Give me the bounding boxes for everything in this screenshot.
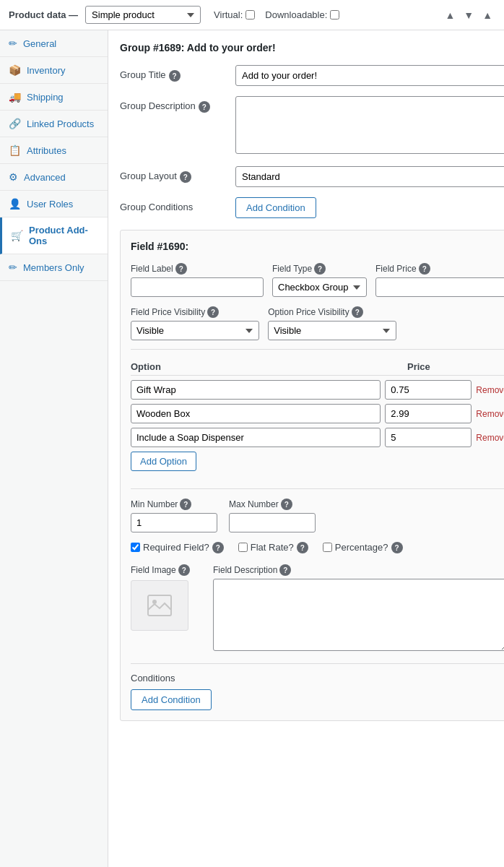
sidebar-item-product-add-ons[interactable]: 🛒 Product Add-Ons [0, 217, 108, 254]
group-layout-label: Group Layout ? [120, 166, 235, 183]
min-number-help[interactable]: ? [180, 499, 191, 510]
field-description-textarea[interactable] [213, 579, 504, 651]
field-add-condition-button[interactable]: Add Condition [131, 689, 212, 710]
group-description-help[interactable]: ? [199, 101, 210, 113]
required-field-checkbox[interactable] [131, 543, 140, 552]
percentage-help[interactable]: ? [391, 542, 403, 553]
group-header: Group #1689: Add to your order! [120, 42, 504, 53]
sidebar-item-user-roles[interactable]: 👤 User Roles [0, 191, 108, 217]
options-col-price: Price [407, 361, 504, 372]
field-label-input[interactable] [131, 277, 264, 297]
field-price-visibility-col: Field Price Visibility ? Visible Hidden [131, 306, 259, 340]
option-pv-help[interactable]: ? [352, 306, 363, 318]
option-price-visibility-select[interactable]: Visible Hidden [268, 321, 396, 340]
field-type-label: Field Type ? [272, 262, 367, 275]
arrow-down-button[interactable]: ▼ [461, 8, 477, 22]
field-price-visibility-select[interactable]: Visible Hidden [131, 321, 259, 340]
general-icon: ✏ [9, 38, 17, 49]
sidebar-item-shipping[interactable]: 🚚 Shipping [0, 84, 108, 111]
required-help[interactable]: ? [212, 542, 224, 553]
group-conditions-row: Group Conditions Add Condition [120, 197, 504, 218]
option-price-input[interactable] [385, 428, 472, 447]
virtual-checkbox[interactable] [246, 10, 255, 20]
field-label-label: Field Label ? [131, 262, 264, 275]
divider-3 [131, 663, 504, 664]
arrow-up-button[interactable]: ▲ [442, 8, 458, 22]
main-layout: ✏ General 📦 Inventory 🚚 Shipping 🔗 Linke… [0, 30, 504, 867]
percentage-item: Percentage? ? [323, 541, 403, 553]
divider-1 [131, 349, 504, 350]
group-conditions-label: Group Conditions [120, 197, 235, 212]
field-type-select[interactable]: Checkbox Group Radio Buttons Select Box … [272, 277, 367, 297]
option-remove-link[interactable]: Remove [476, 409, 504, 419]
product-data-label: Product data — [9, 9, 78, 20]
group-layout-help[interactable]: ? [180, 171, 191, 183]
group-add-condition-button[interactable]: Add Condition [235, 197, 316, 218]
min-number-col: Min Number ? [131, 498, 217, 532]
sidebar-item-advanced[interactable]: ⚙ Advanced [0, 164, 108, 191]
conditions-section: Conditions Add Condition [131, 673, 504, 710]
arrow-expand-button[interactable]: ▲ [479, 8, 495, 22]
group-layout-select[interactable]: Standard Compact List [235, 166, 504, 187]
group-title-label: Group Title ? [120, 65, 235, 82]
sidebar-item-attributes[interactable]: 📋 Attributes [0, 137, 108, 164]
group-title-help[interactable]: ? [169, 70, 181, 82]
image-placeholder[interactable] [131, 580, 188, 631]
option-row: Remove [131, 404, 504, 423]
option-row: Remove [131, 380, 504, 400]
group-description-textarea[interactable] [235, 96, 504, 154]
divider-2 [131, 488, 504, 489]
sidebar-item-linked-products[interactable]: 🔗 Linked Products [0, 111, 108, 137]
field-type-help[interactable]: ? [314, 263, 326, 275]
sidebar-item-label: Advanced [24, 172, 66, 183]
percentage-checkbox[interactable] [323, 543, 332, 552]
option-name-input[interactable] [131, 428, 381, 447]
add-option-button[interactable]: Add Option [131, 452, 196, 471]
option-remove-link[interactable]: Remove [476, 433, 504, 443]
desc-help[interactable]: ? [279, 564, 291, 576]
sidebar-item-label: Attributes [27, 145, 66, 156]
max-number-label: Max Number ? [229, 498, 316, 510]
sidebar-item-label: Members Only [23, 262, 84, 273]
desc-col: Field Description ? [213, 564, 504, 653]
group-title-input[interactable] [235, 65, 504, 86]
field-label-type-price-row: Field Label ? Field Type ? Checkbox Grou… [131, 262, 504, 297]
sidebar-item-inventory[interactable]: 📦 Inventory [0, 57, 108, 84]
max-number-input[interactable] [229, 513, 316, 532]
min-max-row: Min Number ? Max Number ? [131, 498, 504, 532]
sidebar-item-label: Product Add-Ons [29, 225, 99, 246]
sidebar: ✏ General 📦 Inventory 🚚 Shipping 🔗 Linke… [0, 30, 108, 867]
sidebar-item-members-only[interactable]: ✏ Members Only [0, 254, 108, 281]
advanced-icon: ⚙ [9, 171, 18, 183]
sidebar-item-label: Shipping [27, 92, 64, 103]
image-label: Field Image ? [131, 564, 203, 576]
virtual-label[interactable]: Virtual: [214, 9, 255, 20]
flat-rate-help[interactable]: ? [297, 542, 308, 553]
option-name-input[interactable] [131, 380, 381, 400]
field-label-help[interactable]: ? [175, 263, 187, 275]
field-pv-help[interactable]: ? [207, 306, 219, 318]
option-name-input[interactable] [131, 404, 381, 423]
attributes-icon: 📋 [9, 144, 21, 156]
downloadable-checkbox[interactable] [330, 10, 339, 20]
field-price-input[interactable] [375, 277, 504, 297]
max-number-help[interactable]: ? [281, 499, 292, 510]
field-price-help[interactable]: ? [419, 263, 430, 275]
option-remove-link[interactable]: Remove [476, 385, 504, 395]
product-type-select[interactable]: Simple product [85, 6, 201, 24]
image-help[interactable]: ? [178, 564, 190, 576]
min-number-input[interactable] [131, 513, 217, 532]
flat-rate-checkbox[interactable] [238, 543, 248, 552]
min-number-label: Min Number ? [131, 498, 217, 510]
field-price-label: Field Price ? [375, 262, 504, 275]
downloadable-label[interactable]: Downloadable: [265, 9, 339, 20]
percentage-label: Percentage? [335, 542, 388, 553]
sidebar-item-label: User Roles [27, 199, 73, 210]
sidebar-item-general[interactable]: ✏ General [0, 30, 108, 57]
option-price-input[interactable] [385, 380, 472, 400]
flat-rate-label: Flat Rate? [251, 542, 294, 553]
product-data-bar: Product data — Simple product Virtual: D… [0, 0, 504, 30]
field-price-col: Field Price ? [375, 262, 504, 297]
desc-label: Field Description ? [213, 564, 504, 576]
option-price-input[interactable] [385, 404, 472, 423]
